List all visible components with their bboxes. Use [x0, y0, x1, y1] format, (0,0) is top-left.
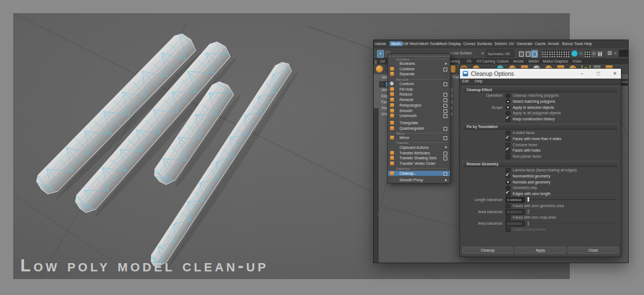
close-icon[interactable]: ✕ [610, 70, 619, 77]
menu-item-mirror[interactable]: Mirror [388, 135, 450, 141]
radio-button[interactable] [506, 93, 510, 98]
button-close[interactable]: Close [568, 247, 619, 254]
minimize-icon[interactable]: – [578, 70, 586, 77]
radio-button[interactable] [506, 105, 510, 110]
slider-handle-icon[interactable] [528, 197, 529, 202]
checkbox[interactable] [506, 227, 510, 232]
tolerance-input[interactable]: 0.000010 [506, 209, 525, 215]
menubar-item-bonus-tools[interactable]: Bonus Tools [562, 42, 583, 46]
option-box-icon[interactable] [443, 114, 447, 118]
option-box-icon[interactable] [443, 82, 447, 86]
radio-button[interactable] [506, 99, 510, 104]
live-surface-field[interactable]: o Live Surface [449, 51, 472, 55]
select-tool-icon[interactable]: ➤ [377, 50, 384, 58]
option-box-icon[interactable] [443, 152, 447, 155]
slider-track[interactable] [526, 211, 617, 213]
menubar-item-curves[interactable]: Curves [463, 42, 475, 46]
option-box-icon[interactable] [443, 93, 447, 97]
menu-item-triangulate[interactable]: Triangulate [388, 120, 450, 126]
menu-item-transfer-vertex-order[interactable]: Transfer Vertex Order [388, 161, 450, 166]
checkbox[interactable] [506, 154, 510, 159]
checkbox[interactable]: ✔ [506, 148, 510, 153]
checkbox[interactable] [506, 215, 510, 220]
layout-four-view-icon[interactable]: ⊞ [607, 50, 613, 57]
option-box-icon[interactable] [443, 127, 447, 131]
menubar-item-cache[interactable]: Cache [535, 42, 546, 46]
panel-menu-panels[interactable]: Pan [453, 75, 459, 79]
menubar-item-deform[interactable]: Deform [495, 42, 507, 46]
dialog-titlebar[interactable]: Cleanup Options – □ ✕ [460, 69, 621, 79]
option-box-icon[interactable] [443, 98, 447, 102]
slider-handle-icon[interactable] [528, 209, 529, 214]
button-apply[interactable]: Apply [515, 247, 566, 254]
panel-icon[interactable] [379, 81, 385, 87]
option-box-icon[interactable] [443, 109, 447, 113]
menu-item-reduce[interactable]: Reduce [388, 92, 450, 97]
button-cleanup[interactable]: Cleanup [462, 247, 513, 254]
menu-item-unsmooth[interactable]: Unsmooth [388, 113, 450, 119]
menu-item-cleanup-[interactable]: Cleanup... [388, 171, 450, 176]
shelf-tab-fx-caching[interactable]: FX Caching [477, 59, 495, 63]
menu-item-clipboard-actions[interactable]: Clipboard Actions [388, 145, 450, 151]
menubar-item-generate[interactable]: Generate [517, 42, 532, 46]
poly-sphere-icon[interactable] [376, 65, 383, 73]
maximize-icon[interactable]: □ [594, 70, 603, 77]
menu-item-quadrangulate[interactable]: Quadrangulate [388, 126, 450, 131]
shelf-tab-fx[interactable]: FX [467, 59, 471, 63]
menu-item-conform[interactable]: Conform [388, 81, 450, 87]
menubar-item-edit-mesh[interactable]: Edit Mesh [402, 42, 419, 46]
checkbox[interactable]: ✔ [506, 137, 510, 142]
menu-item-smooth-proxy[interactable]: Smooth Proxy [388, 177, 450, 183]
shelf-tab-xgen[interactable]: XGen [573, 59, 581, 63]
x-coordinate-input[interactable] [619, 49, 628, 57]
render-sequence-icon[interactable] [549, 50, 556, 58]
option-box-icon[interactable] [443, 136, 447, 140]
menu-item-retopologize[interactable]: Retopologize [388, 103, 450, 108]
menubar-item-ndows[interactable]: ndows [375, 42, 386, 46]
shelf-tab-custom[interactable]: Custom [497, 59, 509, 63]
dialog-menu-edit[interactable]: Edit [462, 79, 469, 83]
radio-button[interactable] [506, 180, 510, 185]
option-box-icon[interactable] [443, 172, 447, 176]
menu-item-smooth[interactable]: Smooth [388, 108, 450, 114]
checkbox[interactable]: ✔ [506, 117, 510, 122]
menubar-item-arnold[interactable]: Arnold [548, 42, 559, 46]
aces-tab[interactable]: ACES [621, 79, 628, 86]
slider-handle-icon[interactable] [528, 221, 529, 226]
option-box-icon[interactable] [443, 104, 447, 108]
menu-item-combine[interactable]: Combine [388, 66, 450, 72]
menu-item-transfer-attributes[interactable]: Transfer Attributes [388, 151, 450, 156]
checkbox[interactable]: ✔ [506, 192, 510, 197]
shelf-tab-motion-graphics[interactable]: Motion Graphics [543, 59, 568, 63]
pause-icon[interactable] [596, 50, 603, 58]
tolerance-input[interactable]: 0.000010 [506, 221, 525, 226]
menu-item-remesh[interactable]: Remesh [388, 97, 450, 103]
menubar-item-uv[interactable]: UV [509, 42, 514, 46]
menubar-item-mesh-display[interactable]: Mesh Display [438, 42, 461, 46]
checkbox[interactable]: ✔ [506, 174, 510, 179]
render-settings-icon[interactable] [563, 50, 570, 58]
tolerance-input[interactable]: 0.000010 [506, 197, 525, 203]
option-box-icon[interactable] [443, 157, 447, 160]
option-box-icon[interactable] [443, 68, 447, 71]
menubar-item-mesh-tools[interactable]: Mesh Tools [419, 42, 438, 46]
menubar-item-surfaces[interactable]: Surfaces [477, 42, 492, 46]
menu-item-transfer-shading-sets[interactable]: Transfer Shading Sets [388, 155, 450, 161]
shelf-tab-arnold[interactable]: Arnold [513, 59, 523, 63]
shelf-tab-uv[interactable]: UV [380, 59, 385, 63]
symmetry-field[interactable]: Symmetry: Off [486, 49, 514, 57]
slider-track[interactable] [526, 223, 617, 224]
menu-item-fill-hole[interactable]: Fill Hole [388, 87, 450, 92]
symmetry-dropdown-arrow-icon[interactable]: ▾ [482, 51, 484, 55]
dialog-menu-help[interactable]: Help [475, 79, 482, 83]
menubar-item-mesh[interactable]: Mesh [390, 41, 402, 46]
menu-item-separate[interactable]: Separate [388, 71, 450, 77]
menu-item-booleans[interactable]: Booleans [388, 61, 450, 66]
slider-track[interactable] [526, 199, 617, 201]
make-live-icon[interactable] [531, 50, 538, 58]
menubar-item-help[interactable]: Help [584, 42, 592, 46]
render-frame-icon[interactable] [542, 50, 549, 58]
shelf-tab-g[interactable]: g [375, 59, 377, 63]
shelf-tab-mash[interactable]: MASH [529, 59, 538, 63]
render-region-icon[interactable] [556, 50, 563, 58]
